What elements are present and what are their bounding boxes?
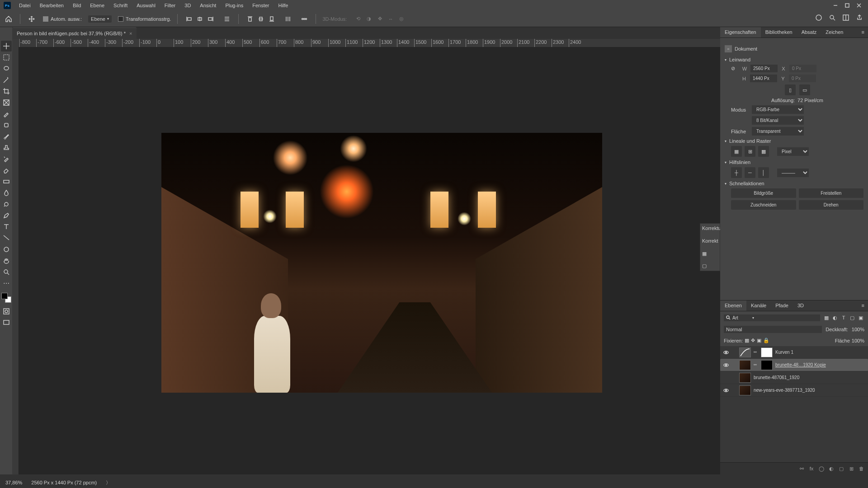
wand-tool[interactable] bbox=[1, 75, 12, 85]
dodge-tool[interactable] bbox=[1, 199, 12, 210]
quick-mask-icon[interactable] bbox=[1, 306, 12, 317]
auto-select-checkbox[interactable]: Autom. ausw.: bbox=[43, 16, 82, 22]
layer-filter[interactable]: ▾ bbox=[724, 314, 820, 321]
layer-name[interactable]: new-years-eve-3897713_1920 bbox=[754, 388, 865, 393]
filter-adjust-icon[interactable]: ◐ bbox=[831, 314, 839, 321]
tab-bibliotheken[interactable]: Bibliotheken bbox=[761, 27, 797, 38]
tab-kanaele[interactable]: Kanäle bbox=[746, 300, 771, 311]
maximize-button[interactable] bbox=[842, 1, 853, 9]
visibility-toggle[interactable] bbox=[723, 362, 729, 368]
rotate-button[interactable]: Drehen bbox=[799, 200, 864, 210]
shape-tool[interactable] bbox=[1, 244, 12, 255]
align-vcenter-icon[interactable] bbox=[256, 14, 266, 24]
close-button[interactable] bbox=[854, 1, 864, 9]
new-layer-icon[interactable]: ⊞ bbox=[847, 465, 855, 473]
new-group-icon[interactable]: ▢ bbox=[837, 465, 845, 473]
layer-mask-icon[interactable]: ◯ bbox=[817, 465, 826, 473]
type-tool[interactable] bbox=[1, 221, 12, 232]
grid-toggle-icon[interactable]: ⊞ bbox=[745, 146, 755, 157]
layer-row[interactable]: new-years-eve-3897713_1920 bbox=[720, 384, 868, 397]
tab-zeichen[interactable]: Zeichen bbox=[821, 27, 848, 38]
edit-toolbar-icon[interactable]: ⋯ bbox=[1, 278, 12, 289]
visibility-toggle[interactable] bbox=[723, 349, 729, 356]
link-wh-icon[interactable]: ⊘ bbox=[731, 66, 735, 71]
document-tab[interactable]: Person in bild einfügen.psdc bei 37,9% (… bbox=[12, 27, 137, 39]
pen-tool[interactable] bbox=[1, 210, 12, 221]
vertical-ruler[interactable] bbox=[12, 39, 19, 474]
lock-position-icon[interactable]: ✥ bbox=[751, 338, 755, 343]
canvas-section[interactable]: Leinwand bbox=[725, 57, 863, 62]
rulers-section[interactable]: Lineale und Raster bbox=[725, 138, 863, 144]
workspace-icon[interactable] bbox=[841, 13, 851, 23]
filter-pixel-icon[interactable]: ▩ bbox=[823, 314, 830, 321]
menu-bearbeiten[interactable]: Bearbeiten bbox=[36, 1, 67, 9]
menu-schrift[interactable]: Schrift bbox=[110, 1, 131, 9]
panel-menu-icon[interactable]: ≡ bbox=[858, 27, 868, 38]
lock-artboard-icon[interactable]: ▣ bbox=[757, 338, 761, 343]
tab-pfade[interactable]: Pfade bbox=[771, 300, 793, 311]
align-top-icon[interactable] bbox=[245, 14, 255, 24]
fill-select[interactable]: Transparent bbox=[752, 127, 804, 136]
lasso-tool[interactable] bbox=[1, 63, 12, 74]
horizontal-ruler[interactable]: -800-700-600-500-400-300-200-10001002003… bbox=[19, 39, 720, 47]
new-guide-v-icon[interactable]: │ bbox=[758, 167, 769, 178]
tab-eigenschaften[interactable]: Eigenschaften bbox=[720, 27, 761, 38]
align-right-icon[interactable] bbox=[206, 14, 216, 24]
filter-shape-icon[interactable]: ▢ bbox=[849, 314, 856, 321]
new-adjustment-icon[interactable]: ◐ bbox=[827, 465, 835, 473]
lock-all-icon[interactable]: 🔒 bbox=[763, 338, 769, 343]
pixel-grid-icon[interactable]: ▩ bbox=[758, 146, 769, 157]
lock-pixels-icon[interactable]: ▩ bbox=[745, 338, 749, 343]
stamp-tool[interactable] bbox=[1, 142, 12, 153]
y-input[interactable] bbox=[789, 75, 816, 82]
zoom-level[interactable]: 37,86% bbox=[5, 480, 22, 485]
align-hcenter-icon[interactable] bbox=[195, 14, 205, 24]
layer-name[interactable]: brunette-487061_1920 bbox=[754, 375, 865, 380]
zoom-tool[interactable] bbox=[1, 267, 12, 277]
menu-ebene[interactable]: Ebene bbox=[86, 1, 108, 9]
ruler-toggle-icon[interactable]: ▦ bbox=[731, 146, 742, 157]
tab-3d[interactable]: 3D bbox=[793, 300, 808, 311]
transform-controls-checkbox[interactable]: Transformationsstrg. bbox=[118, 16, 171, 22]
layers-menu-icon[interactable]: ≡ bbox=[858, 300, 868, 311]
menu-fenster[interactable]: Fenster bbox=[249, 1, 273, 9]
crop-button[interactable]: Zuschneiden bbox=[731, 200, 796, 210]
blend-mode-select[interactable]: Normal bbox=[724, 326, 822, 333]
home-button[interactable] bbox=[4, 14, 14, 24]
guides-toggle-icon[interactable]: ┼ bbox=[731, 167, 742, 178]
tab-ebenen[interactable]: Ebenen bbox=[720, 300, 746, 311]
layer-name[interactable]: brunette-48…1920 Kopie bbox=[775, 362, 865, 367]
opacity-input[interactable]: 100% bbox=[852, 327, 864, 332]
menu-filter[interactable]: Filter bbox=[161, 1, 179, 9]
cloud-docs-icon[interactable] bbox=[814, 13, 824, 23]
more-options-icon[interactable] bbox=[299, 14, 309, 24]
layer-row[interactable]: ⚯Kurven 1 bbox=[720, 346, 868, 359]
tab-absatz[interactable]: Absatz bbox=[797, 27, 821, 38]
menu-auswahl[interactable]: Auswahl bbox=[133, 1, 159, 9]
document-image[interactable] bbox=[161, 133, 602, 393]
crop-tool[interactable] bbox=[1, 86, 12, 97]
brush-tool[interactable] bbox=[1, 131, 12, 142]
minimize-button[interactable] bbox=[830, 1, 841, 9]
menu-datei[interactable]: Datei bbox=[15, 1, 34, 9]
blur-tool[interactable] bbox=[1, 188, 12, 198]
menu-3d[interactable]: 3D bbox=[181, 1, 194, 9]
delete-layer-icon[interactable]: 🗑 bbox=[857, 465, 865, 473]
hand-tool[interactable] bbox=[1, 255, 12, 266]
eraser-tool[interactable] bbox=[1, 165, 12, 176]
new-guide-h-icon[interactable]: ─ bbox=[745, 167, 755, 178]
path-tool[interactable] bbox=[1, 233, 12, 244]
quick-actions-section[interactable]: Schnellaktionen bbox=[725, 181, 863, 186]
fill-input[interactable]: 100% bbox=[852, 338, 864, 343]
menu-bild[interactable]: Bild bbox=[69, 1, 85, 9]
image-size-button[interactable]: Bildgröße bbox=[731, 188, 796, 198]
gradient-tool[interactable] bbox=[1, 176, 12, 187]
adjustments-collapsed[interactable]: Korrektu Korrekt ▦ ▢ bbox=[700, 223, 720, 271]
move-tool[interactable] bbox=[1, 41, 12, 52]
color-mode-select[interactable]: RGB-Farbe bbox=[752, 105, 804, 114]
layer-name[interactable]: Kurven 1 bbox=[775, 350, 865, 355]
move-tool-icon[interactable] bbox=[27, 14, 37, 24]
isolate-button[interactable]: Freistellen bbox=[799, 188, 864, 198]
color-swatches[interactable] bbox=[1, 293, 11, 303]
share-icon[interactable] bbox=[854, 13, 864, 23]
